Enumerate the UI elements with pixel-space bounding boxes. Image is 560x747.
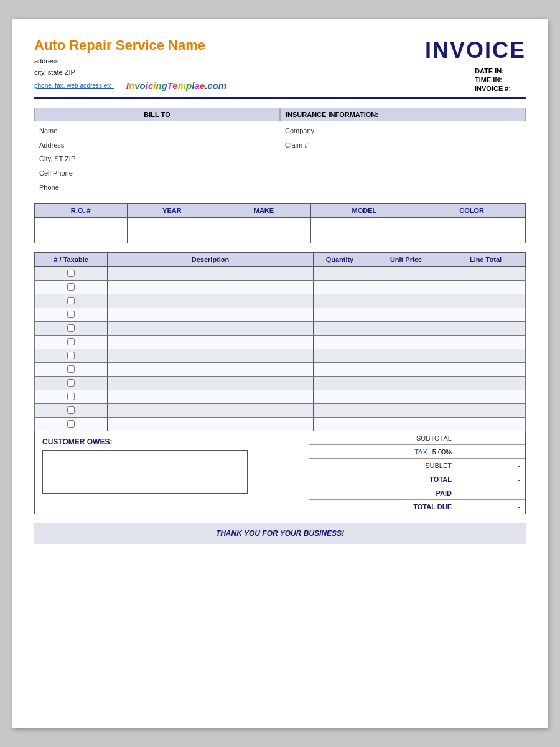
taxable-checkbox[interactable]: [67, 352, 75, 359]
vehicle-year-value[interactable]: [127, 218, 217, 243]
taxable-cell: [35, 377, 108, 390]
unitprice-cell[interactable]: [366, 390, 446, 404]
unitprice-cell[interactable]: [366, 294, 446, 308]
table-row: [35, 404, 526, 418]
taxable-checkbox[interactable]: [67, 324, 75, 332]
taxable-checkbox[interactable]: [67, 311, 75, 318]
linetotal-cell[interactable]: [446, 322, 526, 336]
unitprice-cell[interactable]: [366, 418, 446, 431]
qty-cell[interactable]: [313, 336, 366, 349]
total-row: TOTAL -: [309, 472, 525, 486]
linetotal-cell[interactable]: [446, 267, 526, 281]
desc-cell[interactable]: [108, 363, 314, 377]
linetotal-cell[interactable]: [446, 308, 526, 322]
vehicle-table: R.O. # YEAR MAKE MODEL COLOR: [34, 203, 526, 243]
paid-value: -: [457, 487, 525, 499]
unitprice-cell[interactable]: [366, 336, 446, 349]
qty-cell[interactable]: [313, 294, 366, 308]
total-label: TOTAL: [309, 474, 457, 485]
taxable-checkbox[interactable]: [67, 406, 75, 414]
linetotal-cell[interactable]: [446, 404, 526, 418]
taxable-checkbox[interactable]: [67, 393, 75, 400]
taxable-checkbox[interactable]: [67, 420, 75, 428]
taxable-checkbox[interactable]: [67, 270, 75, 277]
insurance-section: INSURANCE INFORMATION: Company Claim #: [280, 108, 526, 194]
vehicle-col-model: MODEL: [310, 204, 418, 218]
customer-owes-label: CUSTOMER OWES:: [42, 438, 301, 446]
vehicle-col-color: COLOR: [418, 204, 526, 218]
desc-cell[interactable]: [108, 322, 314, 336]
vehicle-col-ro: R.O. #: [35, 204, 128, 218]
linetotal-cell[interactable]: [446, 390, 526, 404]
qty-cell[interactable]: [313, 363, 366, 377]
desc-cell[interactable]: [108, 267, 314, 281]
vehicle-col-year: YEAR: [127, 204, 217, 218]
desc-cell[interactable]: [108, 308, 314, 322]
unitprice-cell[interactable]: [366, 377, 446, 390]
linetotal-cell[interactable]: [446, 336, 526, 349]
linetotal-cell[interactable]: [446, 294, 526, 308]
time-in-row: TIME IN:: [475, 76, 526, 83]
bill-city: City, ST ZIP: [34, 152, 280, 166]
invoice-title: INVOICE: [425, 37, 526, 63]
vehicle-model-value[interactable]: [310, 218, 418, 243]
unitprice-cell[interactable]: [366, 404, 446, 418]
desc-cell[interactable]: [108, 349, 314, 363]
unitprice-cell[interactable]: [366, 281, 446, 294]
taxable-checkbox[interactable]: [67, 283, 75, 291]
vehicle-ro-value[interactable]: [35, 218, 128, 243]
qty-cell[interactable]: [313, 377, 366, 390]
insurance-company: Company: [280, 124, 526, 138]
insurance-claim: Claim #: [280, 138, 526, 153]
unitprice-cell[interactable]: [366, 267, 446, 281]
taxable-cell: [35, 336, 108, 349]
desc-cell[interactable]: [108, 294, 314, 308]
vehicle-make-value[interactable]: [217, 218, 310, 243]
items-col-quantity: Quantity: [313, 253, 366, 267]
qty-cell[interactable]: [313, 281, 366, 294]
footer: THANK YOU FOR YOUR BUSINESS!: [34, 523, 526, 544]
linetotal-cell[interactable]: [446, 349, 526, 363]
taxable-checkbox[interactable]: [67, 297, 75, 304]
qty-cell[interactable]: [313, 322, 366, 336]
taxable-checkbox[interactable]: [67, 365, 75, 373]
desc-cell[interactable]: [108, 377, 314, 390]
table-row: [35, 349, 526, 363]
totals-section: SUBTOTAL - TAX 5.00% - SUBLET - TOTAL - …: [309, 431, 525, 514]
linetotal-cell[interactable]: [446, 363, 526, 377]
taxable-checkbox[interactable]: [67, 338, 75, 345]
table-row: [35, 308, 526, 322]
paid-label: PAID: [309, 487, 457, 499]
desc-cell[interactable]: [108, 281, 314, 294]
linetotal-cell[interactable]: [446, 281, 526, 294]
bill-to-header: BILL TO: [34, 108, 280, 121]
qty-cell[interactable]: [313, 418, 366, 431]
tax-value: -: [457, 446, 525, 458]
qty-cell[interactable]: [313, 404, 366, 418]
customer-owes-box[interactable]: [42, 450, 248, 494]
bill-name: Name: [34, 124, 280, 138]
linetotal-cell[interactable]: [446, 418, 526, 431]
qty-cell[interactable]: [313, 308, 366, 322]
table-row: [35, 363, 526, 377]
qty-cell[interactable]: [313, 349, 366, 363]
unitprice-cell[interactable]: [366, 349, 446, 363]
unitprice-cell[interactable]: [366, 308, 446, 322]
qty-cell[interactable]: [313, 390, 366, 404]
vehicle-row: [35, 218, 526, 243]
desc-cell[interactable]: [108, 390, 314, 404]
company-phone: phone, fax, web address etc.: [34, 82, 114, 89]
invoice-page: Auto Repair Service Name address city, s…: [12, 19, 548, 728]
desc-cell[interactable]: [108, 418, 314, 431]
sublet-row: SUBLET -: [309, 459, 525, 472]
desc-cell[interactable]: [108, 336, 314, 349]
unitprice-cell[interactable]: [366, 363, 446, 377]
sublet-value: -: [457, 460, 525, 471]
date-in-row: DATE IN:: [475, 67, 526, 75]
taxable-checkbox[interactable]: [67, 379, 75, 387]
vehicle-color-value[interactable]: [418, 218, 526, 243]
desc-cell[interactable]: [108, 404, 314, 418]
unitprice-cell[interactable]: [366, 322, 446, 336]
linetotal-cell[interactable]: [446, 377, 526, 390]
qty-cell[interactable]: [313, 267, 366, 281]
